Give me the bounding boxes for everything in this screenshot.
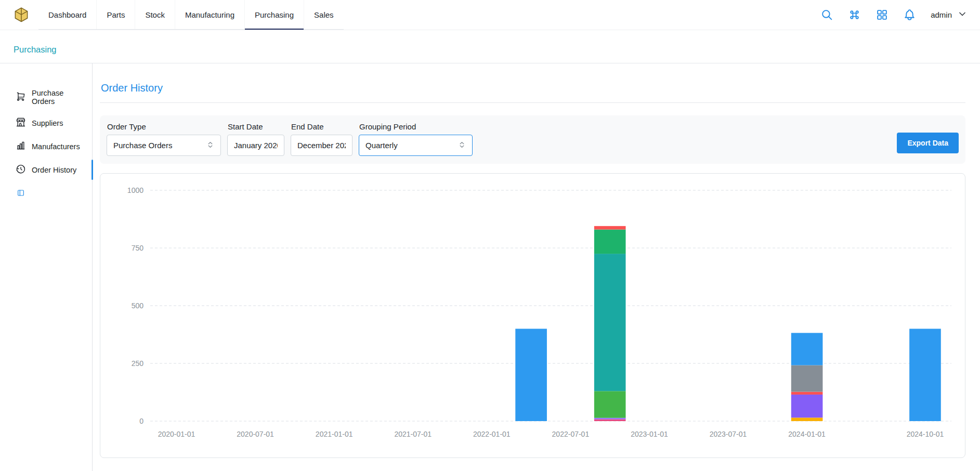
filter-panel: Order Type Purchase Orders Start Date: [100, 115, 965, 164]
tab-label: Sales: [314, 10, 334, 19]
svg-text:2021-07-01: 2021-07-01: [394, 430, 432, 438]
svg-text:1000: 1000: [127, 186, 143, 194]
tab-label: Parts: [107, 10, 125, 19]
svg-text:2020-01-01: 2020-01-01: [158, 430, 195, 438]
chevron-updown-icon: [206, 141, 214, 150]
sidebar-item-manufacturers[interactable]: Manufacturers: [0, 135, 92, 158]
main-nav: Dashboard Parts Stock Manufacturing Purc…: [38, 0, 344, 30]
tab-label: Dashboard: [48, 10, 86, 19]
svg-text:2024-10-01: 2024-10-01: [907, 430, 944, 438]
search-icon[interactable]: [820, 8, 833, 21]
page-title: Order History: [101, 82, 965, 94]
sidebar-item-label: Order History: [32, 166, 76, 174]
sidebar: Purchase Orders Suppliers Manufacturers: [0, 63, 93, 471]
end-date-group: End Date: [291, 122, 352, 156]
order-type-group: Order Type Purchase Orders: [107, 122, 221, 156]
svg-text:2020-07-01: 2020-07-01: [237, 430, 274, 438]
grouping-period-value: Quarterly: [365, 141, 398, 150]
svg-text:500: 500: [132, 302, 144, 310]
shopping-cart-icon: [16, 91, 26, 103]
tab-label: Purchasing: [255, 10, 294, 19]
building-store-icon: [16, 117, 26, 129]
tab-stock[interactable]: Stock: [135, 0, 175, 29]
order-type-select[interactable]: Purchase Orders: [107, 135, 221, 156]
svg-text:2023-07-01: 2023-07-01: [710, 430, 747, 438]
chevron-down-icon[interactable]: [957, 9, 968, 21]
tab-parts[interactable]: Parts: [96, 0, 135, 29]
app-logo-icon[interactable]: [12, 6, 30, 24]
sidebar-item-label: Suppliers: [32, 119, 63, 127]
svg-text:2022-01-01: 2022-01-01: [473, 430, 511, 438]
end-date-label: End Date: [291, 122, 352, 131]
sidebar-collapse-icon[interactable]: [0, 181, 92, 197]
chart-card: 025050075010002020-01-012020-07-012021-0…: [100, 173, 965, 458]
chevron-updown-icon: [458, 141, 466, 150]
grouping-period-select[interactable]: Quarterly: [359, 135, 473, 156]
breadcrumb-purchasing[interactable]: Purchasing: [14, 45, 57, 55]
svg-text:250: 250: [132, 359, 144, 368]
sidebar-item-purchase-orders[interactable]: Purchase Orders: [0, 83, 92, 111]
svg-text:2024-01-01: 2024-01-01: [788, 430, 826, 438]
svg-text:0: 0: [139, 417, 143, 425]
svg-text:2021-01-01: 2021-01-01: [316, 430, 353, 438]
export-data-button[interactable]: Export Data: [897, 133, 959, 153]
sidebar-item-label: Manufacturers: [32, 142, 80, 151]
svg-text:2022-07-01: 2022-07-01: [552, 430, 590, 438]
user-menu[interactable]: admin: [931, 9, 968, 21]
start-date-field-wrap: [227, 135, 284, 156]
tab-sales[interactable]: Sales: [304, 0, 344, 29]
svg-text:750: 750: [132, 244, 144, 252]
end-date-field-wrap: [291, 135, 352, 156]
order-history-chart[interactable]: 025050075010002020-01-012020-07-012021-0…: [106, 182, 960, 446]
tab-label: Manufacturing: [185, 10, 234, 19]
sidebar-item-suppliers[interactable]: Suppliers: [0, 111, 92, 135]
tab-purchasing[interactable]: Purchasing: [244, 0, 304, 29]
sidebar-item-label: Purchase Orders: [32, 89, 88, 106]
bell-icon[interactable]: [903, 8, 916, 21]
start-date-label: Start Date: [228, 122, 284, 131]
app-header: Dashboard Parts Stock Manufacturing Purc…: [0, 0, 980, 30]
history-icon: [16, 164, 26, 176]
grouping-period-group: Grouping Period Quarterly: [359, 122, 473, 156]
grid-icon[interactable]: [876, 8, 888, 21]
tab-label: Stock: [145, 10, 165, 19]
main-panel: Order History Order Type Purchase Orders…: [93, 63, 980, 471]
end-date-input[interactable]: [297, 141, 346, 150]
command-icon[interactable]: [848, 8, 861, 21]
bar-chart-icon: [16, 140, 26, 152]
breadcrumb: Purchasing: [0, 36, 980, 63]
username-label: admin: [931, 10, 952, 19]
tab-manufacturing[interactable]: Manufacturing: [175, 0, 244, 29]
svg-text:2023-01-01: 2023-01-01: [631, 430, 668, 438]
grouping-period-label: Grouping Period: [359, 122, 473, 131]
start-date-group: Start Date: [227, 122, 284, 156]
header-actions: admin: [820, 8, 968, 21]
content-area: Purchase Orders Suppliers Manufacturers: [0, 63, 980, 471]
order-type-value: Purchase Orders: [113, 141, 172, 150]
title-divider: [100, 102, 965, 103]
tab-dashboard[interactable]: Dashboard: [38, 0, 96, 29]
start-date-input[interactable]: [234, 141, 278, 150]
sidebar-item-order-history[interactable]: Order History: [0, 158, 92, 181]
order-type-label: Order Type: [107, 122, 221, 131]
